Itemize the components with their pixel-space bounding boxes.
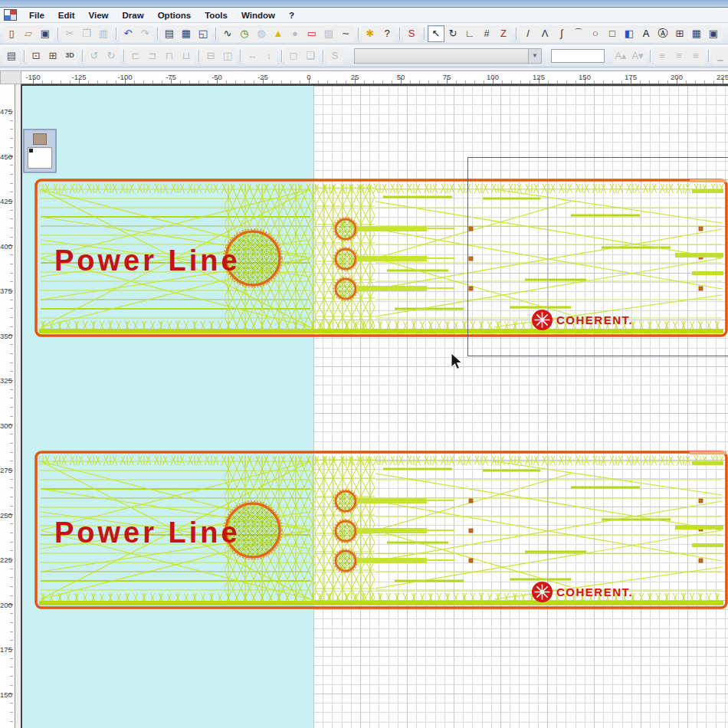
menu-options[interactable]: Options	[151, 9, 198, 21]
menu-help[interactable]: ?	[282, 9, 301, 21]
font-decrease-icon[interactable]: A▾	[629, 48, 646, 64]
minimized-window-dot	[29, 149, 33, 152]
titlebar-fragment	[0, 0, 728, 8]
rect-tool-icon[interactable]: □	[604, 25, 621, 42]
same-size-icon[interactable]: ⊟	[202, 48, 219, 64]
v-ruler-label: 200	[0, 601, 12, 609]
menu-file[interactable]: File	[22, 9, 51, 21]
h-ruler-label: 150	[579, 73, 591, 81]
redo-icon[interactable]: ↷	[136, 25, 153, 42]
undo-icon[interactable]: ↶	[120, 25, 136, 42]
dimension-icon[interactable]: #	[478, 25, 495, 42]
align-top-icon[interactable]: ⊓	[161, 48, 178, 64]
text-tool-icon[interactable]: A	[638, 25, 654, 42]
h-ruler-label: -25	[257, 73, 268, 81]
rotate-cw-icon[interactable]: ↻	[103, 48, 120, 64]
mirror-v-icon[interactable]: ↕	[261, 48, 277, 64]
new-icon[interactable]: ▯	[3, 25, 20, 42]
power-line-label: Power Line	[54, 516, 241, 549]
vertical-ruler: 4754504254003753503253002752502252001751…	[0, 84, 15, 728]
select-arrow-icon[interactable]: ↖	[428, 25, 444, 42]
stamp-icon[interactable]: ●	[287, 25, 303, 42]
font-combo[interactable]: ▼	[354, 48, 542, 64]
menu-window[interactable]: Window	[234, 9, 282, 21]
z-order-icon[interactable]: Z	[495, 25, 512, 42]
align-text-center-icon[interactable]: ≡	[671, 48, 687, 64]
timer-icon[interactable]: ◷	[236, 25, 253, 42]
duplicate-icon[interactable]: ❏	[302, 48, 319, 64]
v-ruler-label: 175	[0, 645, 12, 654]
power-line-object-2[interactable]: Power Line COHERENT.	[34, 451, 728, 610]
underline-icon[interactable]: ‗	[712, 48, 728, 64]
coherent-starburst-icon	[531, 581, 553, 603]
h-ruler-label: 200	[671, 73, 683, 81]
group-icon[interactable]: ◫	[219, 48, 236, 64]
menu-tools[interactable]: Tools	[198, 9, 234, 21]
v-ruler-label: 400	[0, 242, 12, 251]
fit-icon[interactable]: ◻	[285, 48, 302, 64]
paste-icon[interactable]: ▥	[95, 25, 112, 42]
power-line-label: Power Line	[54, 244, 241, 277]
circled-text-tool-icon[interactable]: Ⓐ	[654, 25, 671, 42]
app-icon	[4, 9, 17, 21]
menu-draw[interactable]: Draw	[116, 9, 151, 21]
print-setup-icon[interactable]: ▦	[178, 25, 195, 42]
h-ruler-label: -150	[25, 73, 40, 81]
v-ruler-label: 150	[0, 690, 12, 699]
zoom-region-icon[interactable]: ⊡	[28, 48, 44, 64]
h-ruler-label: -125	[71, 73, 86, 81]
zoom-object-icon[interactable]: ⊞	[44, 48, 61, 64]
font-increase-icon[interactable]: A▴	[612, 48, 629, 64]
menu-edit[interactable]: Edit	[51, 9, 82, 21]
polyline-tool-icon[interactable]: Λ	[536, 25, 553, 42]
font-size-input[interactable]	[551, 49, 605, 63]
image-icon[interactable]: ▨	[320, 25, 337, 42]
pen-tool-icon[interactable]: ∿	[219, 25, 236, 42]
minimized-window-icon[interactable]	[23, 129, 57, 173]
wave-icon[interactable]: S	[326, 48, 343, 64]
chevron-down-icon[interactable]: ▼	[528, 49, 541, 63]
h-ruler-label: -75	[166, 73, 176, 81]
align-text-left-icon[interactable]: ≡	[654, 48, 671, 64]
mirror-h-icon[interactable]: ↔	[244, 48, 261, 64]
minimized-window-glyph	[33, 133, 47, 145]
tip-icon[interactable]: ✱	[362, 25, 379, 42]
save-icon[interactable]: ▣	[37, 25, 54, 42]
arc-tool-icon[interactable]: ⌒	[570, 25, 587, 42]
matrix-tool-icon[interactable]: ⊞	[671, 25, 688, 42]
coherent-logo-text: COHERENT.	[556, 585, 633, 598]
v-ruler-label: 250	[0, 511, 12, 520]
mark-frame-icon[interactable]: ▭	[303, 25, 320, 42]
line-tool-icon[interactable]: /	[520, 25, 536, 42]
align-right-icon[interactable]: ⊐	[144, 48, 161, 64]
ellipse-tool-icon[interactable]: ○	[587, 25, 604, 42]
laser-warning-icon[interactable]: ▲	[270, 25, 287, 42]
fill-tool-icon[interactable]: ◧	[621, 25, 638, 42]
globe-icon[interactable]: ◍	[253, 25, 270, 42]
curve-icon[interactable]: ∼	[337, 25, 354, 42]
selection-rectangle	[467, 157, 728, 356]
align-text-right-icon[interactable]: ≡	[687, 48, 704, 64]
hatch-icon[interactable]: ▤	[3, 48, 20, 64]
matrix-frame-tool-icon[interactable]: ▦	[688, 25, 705, 42]
h-ruler-label: -100	[117, 73, 132, 81]
minimized-window-page	[28, 147, 52, 169]
view-3d-icon[interactable]: 3D	[61, 48, 78, 64]
align-bottom-icon[interactable]: ⊔	[178, 48, 195, 64]
extra-tool-icon[interactable]: ▣	[705, 25, 722, 42]
align-left-icon[interactable]: ⊏	[127, 48, 144, 64]
print-preview-icon[interactable]: ◱	[195, 25, 212, 42]
cut-icon[interactable]: ✂	[61, 25, 78, 42]
v-ruler-label: 350	[0, 332, 12, 340]
rotate-icon[interactable]: ↻	[444, 25, 461, 42]
print-icon[interactable]: ▤	[161, 25, 178, 42]
special-s-icon[interactable]: S	[403, 25, 420, 42]
v-ruler-label: 375	[0, 287, 12, 295]
rotate-ccw-icon[interactable]: ↺	[86, 48, 103, 64]
copy-icon[interactable]: ❐	[78, 25, 95, 42]
context-help-icon[interactable]: ?	[379, 25, 395, 42]
spline-tool-icon[interactable]: ∫	[553, 25, 570, 42]
open-icon[interactable]: ▱	[20, 25, 37, 42]
profile-icon[interactable]: ∟	[461, 25, 478, 42]
menu-view[interactable]: View	[82, 9, 116, 21]
